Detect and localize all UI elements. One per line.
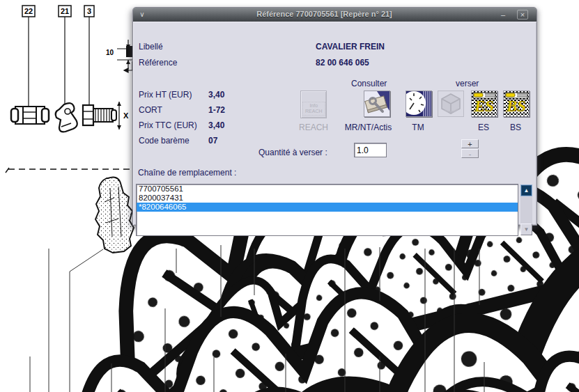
tm-label: TM bbox=[404, 123, 432, 132]
chain-item-selected[interactable]: *8200646065 bbox=[137, 203, 518, 212]
minimize-button[interactable]: – bbox=[497, 9, 509, 20]
code-bareme-label: Code barème bbox=[139, 136, 190, 146]
dialog-titlebar[interactable]: ∨ Référence 7700705561 [Repère n° 21] – … bbox=[133, 8, 536, 22]
quantity-label: Quantité à verser : bbox=[258, 148, 327, 157]
bs-label: BS bbox=[503, 123, 528, 132]
gauge-icon bbox=[406, 91, 431, 116]
chain-item[interactable]: 8200037431 bbox=[137, 194, 518, 203]
reference-value: 82 00 646 065 bbox=[316, 58, 369, 68]
chain-listbox[interactable]: 7700705561 8200037431 *8200646065 bbox=[136, 184, 518, 236]
chain-item[interactable]: 7700705561 bbox=[137, 185, 518, 194]
code-bareme-value: 07 bbox=[208, 136, 217, 146]
libelle-label: Libellé bbox=[139, 42, 163, 52]
svg-text:3: 3 bbox=[87, 7, 91, 15]
price-ht-value: 3,40 bbox=[208, 90, 224, 100]
package-button bbox=[438, 91, 464, 117]
part-clip-21 bbox=[56, 103, 77, 132]
quantity-input[interactable] bbox=[354, 143, 387, 157]
callout-21[interactable]: 21 bbox=[59, 6, 71, 104]
cort-value: 1-72 bbox=[208, 105, 225, 115]
cort-label: CORT bbox=[139, 105, 162, 115]
verser-header: verser bbox=[456, 79, 479, 88]
reference-label: Référence bbox=[139, 58, 177, 68]
tm-button[interactable] bbox=[406, 91, 432, 117]
manual-wrench-icon bbox=[364, 91, 389, 116]
dash-line-tick bbox=[6, 168, 9, 173]
dialog-title: Référence 7700705561 [Repère n° 21] bbox=[161, 10, 488, 18]
chain-label: Chaîne de remplacement : bbox=[138, 168, 236, 178]
dialog-body: Libellé CAVALIER FREIN Référence 82 00 6… bbox=[133, 22, 536, 225]
libelle-value: CAVALIER FREIN bbox=[316, 42, 385, 52]
es-button[interactable]: ES bbox=[471, 91, 497, 117]
reference-dialog: ∨ Référence 7700705561 [Repère n° 21] – … bbox=[132, 7, 537, 226]
mr-nt-actis-button[interactable] bbox=[364, 91, 390, 117]
bs-button[interactable]: BS bbox=[503, 91, 530, 117]
dimension-10: 10 bbox=[106, 40, 132, 72]
price-ttc-label: Prix TTC (EUR) bbox=[139, 120, 197, 130]
callout-22[interactable]: 22 bbox=[22, 6, 35, 106]
svg-text:10: 10 bbox=[106, 49, 114, 56]
part-bolt-3 bbox=[83, 105, 116, 125]
svg-text:21: 21 bbox=[61, 7, 69, 15]
svg-text:BS: BS bbox=[506, 97, 526, 115]
mr-nt-actis-label: MR/NT/Actis bbox=[335, 123, 401, 132]
es-document-icon: ES bbox=[472, 91, 497, 116]
screen: 22 21 3 X 10 bbox=[0, 0, 579, 392]
svg-text:22: 22 bbox=[24, 7, 33, 15]
es-label: ES bbox=[471, 123, 496, 132]
close-button[interactable]: × bbox=[517, 10, 528, 19]
window-menu-icon[interactable]: ∨ bbox=[137, 9, 148, 20]
dimension-x: X bbox=[117, 102, 129, 130]
bs-document-icon: BS bbox=[504, 91, 529, 116]
price-ttc-value: 3,40 bbox=[208, 120, 224, 130]
callout-3[interactable]: 3 bbox=[84, 6, 94, 104]
scroll-up-icon[interactable]: ▲ bbox=[520, 185, 532, 196]
quantity-plus-button[interactable]: + bbox=[461, 139, 479, 148]
price-ht-label: Prix HT (EUR) bbox=[139, 90, 192, 100]
svg-text:ES: ES bbox=[474, 97, 494, 115]
reach-label: REACH bbox=[293, 123, 334, 132]
reach-button: Info REACH bbox=[300, 91, 327, 118]
package-icon bbox=[438, 91, 463, 116]
svg-text:X: X bbox=[123, 111, 129, 120]
quantity-minus-button[interactable]: - bbox=[461, 149, 479, 158]
chain-scrollbar[interactable]: ▲ ▼ bbox=[520, 185, 532, 235]
scroll-down-icon[interactable]: ▼ bbox=[520, 224, 532, 235]
consulter-header: Consulter bbox=[351, 79, 387, 88]
part-clamp-22 bbox=[11, 107, 49, 124]
